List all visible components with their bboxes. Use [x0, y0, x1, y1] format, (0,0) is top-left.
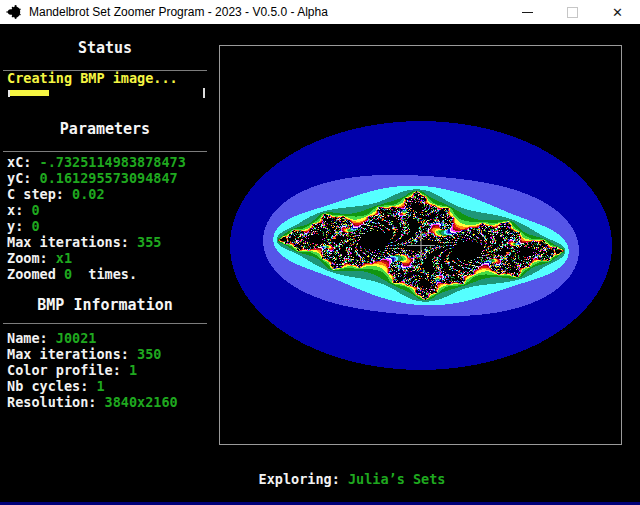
progress-bar: [8, 88, 205, 99]
minimize-icon: [522, 12, 533, 13]
bmp-value: 350: [137, 346, 161, 362]
bmp-row-maxiter: Max iterations: 350: [7, 346, 161, 362]
close-icon: ✕: [612, 6, 623, 19]
param-row-maxiter: Max iterations: 355: [7, 234, 161, 250]
param-row-y: y: 0: [7, 218, 40, 234]
bmp-value: 1: [129, 362, 137, 378]
param-row-zoomed: Zoomed 0 times.: [7, 266, 137, 282]
param-label: xC:: [7, 154, 40, 170]
exploring-label: Exploring:: [259, 471, 348, 487]
param-label: Zoom:: [7, 250, 56, 266]
progress-fill: [10, 90, 49, 96]
bmp-row-name: Name: J0021: [7, 330, 96, 346]
param-value: x1: [56, 250, 72, 266]
bmp-info-heading: BMP Information: [0, 296, 210, 314]
bmp-label: Nb cycles:: [7, 378, 96, 394]
param-value: 0.02: [72, 186, 105, 202]
param-row-zoom: Zoom: x1: [7, 250, 72, 266]
separator: [3, 323, 207, 324]
bmp-row-nbcycles: Nb cycles: 1: [7, 378, 105, 394]
param-label: yC:: [7, 170, 40, 186]
param-label: x:: [7, 202, 31, 218]
param-row-yc: yC: 0.161295573094847: [7, 170, 178, 186]
bmp-row-colorprofile: Color profile: 1: [7, 362, 137, 378]
param-label: C step:: [7, 186, 72, 202]
bmp-label: Color profile:: [7, 362, 129, 378]
param-value: 0: [31, 202, 39, 218]
bmp-label: Max iterations:: [7, 346, 137, 362]
progress-end-tick: [203, 88, 205, 98]
close-button[interactable]: ✕: [595, 0, 640, 24]
side-panel: Status Creating BMP image... Parameters …: [0, 24, 212, 505]
maximize-icon: [567, 7, 578, 18]
exploring-value: Julia’s Sets: [348, 471, 446, 487]
title-bar[interactable]: Mandelbrot Set Zoomer Program - 2023 - V…: [0, 0, 640, 24]
param-label: Max iterations:: [7, 234, 137, 250]
bmp-value: 1: [96, 378, 104, 394]
fractal-canvas[interactable]: [220, 46, 621, 444]
app-window: Mandelbrot Set Zoomer Program - 2023 - V…: [0, 0, 640, 505]
separator: [3, 151, 207, 152]
param-value: -.7325114983878473: [40, 154, 186, 170]
minimize-button[interactable]: [505, 0, 550, 24]
param-label: y:: [7, 218, 31, 234]
status-message: Creating BMP image...: [7, 70, 178, 86]
bmp-label: Name:: [7, 330, 56, 346]
param-label: Zoomed: [7, 266, 64, 282]
param-suffix: times.: [72, 266, 137, 282]
window-title: Mandelbrot Set Zoomer Program - 2023 - V…: [29, 5, 505, 19]
param-row-x: x: 0: [7, 202, 40, 218]
param-value: 0: [64, 266, 72, 282]
param-value: 0: [31, 218, 39, 234]
app-icon: [6, 4, 22, 20]
param-value: 0.161295573094847: [40, 170, 178, 186]
fractal-frame: [219, 45, 622, 445]
maximize-button[interactable]: [550, 0, 595, 24]
param-row-xc: xC: -.7325114983878473: [7, 154, 186, 170]
bmp-value: 3840x2160: [105, 394, 178, 410]
status-heading: Status: [0, 39, 210, 57]
bmp-row-resolution: Resolution: 3840x2160: [7, 394, 178, 410]
param-row-cstep: C step: 0.02: [7, 186, 105, 202]
param-value: 355: [137, 234, 161, 250]
parameters-heading: Parameters: [0, 120, 210, 138]
bmp-label: Resolution:: [7, 394, 105, 410]
bmp-value: J0021: [56, 330, 97, 346]
